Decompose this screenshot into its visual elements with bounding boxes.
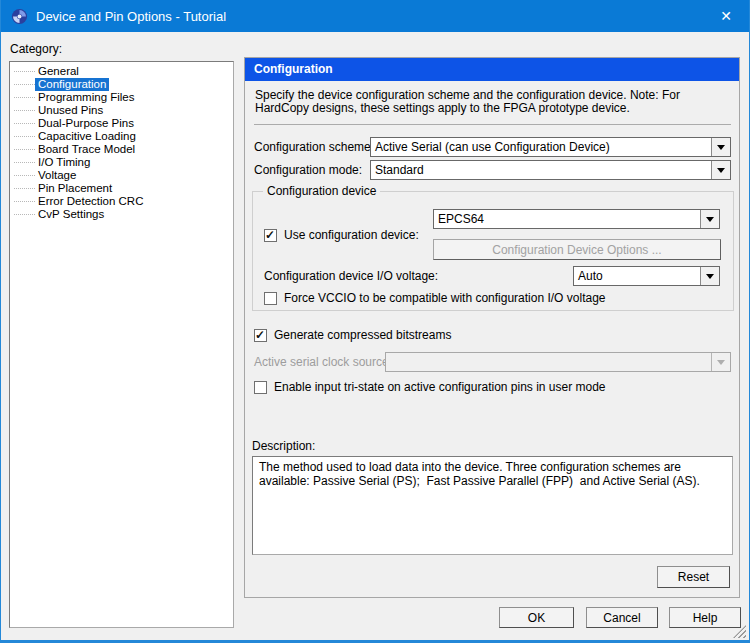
configuration-scheme-value: Active Serial (can use Configuration Dev…: [371, 138, 711, 156]
group-title: Configuration device: [263, 184, 380, 198]
category-item-board-trace-model[interactable]: Board Trace Model: [10, 143, 233, 156]
enable-input-tristate-row[interactable]: Enable input tri-state on active configu…: [254, 380, 606, 394]
chevron-down-icon: [706, 274, 714, 279]
cancel-button[interactable]: Cancel: [586, 607, 658, 628]
description-text: The method used to load data into the de…: [259, 460, 726, 488]
configuration-scheme-dropdown[interactable]: Active Serial (can use Configuration Dev…: [370, 137, 731, 157]
category-item-label: Unused Pins: [35, 104, 106, 117]
category-tree[interactable]: GeneralConfigurationProgramming FilesUnu…: [9, 61, 234, 628]
category-item-label: General: [35, 65, 82, 78]
tree-branch-line: [14, 175, 35, 176]
category-item-i-o-timing[interactable]: I/O Timing: [10, 156, 233, 169]
use-configuration-device-label: Use configuration device:: [284, 228, 419, 242]
tree-branch-line: [14, 123, 35, 124]
force-vccio-label: Force VCCIO to be compatible with config…: [284, 291, 606, 305]
window-title: Device and Pin Options - Tutorial: [36, 9, 226, 24]
category-label: Category:: [10, 42, 62, 56]
category-item-dual-purpose-pins[interactable]: Dual-Purpose Pins: [10, 117, 233, 130]
category-item-label: I/O Timing: [35, 156, 93, 169]
tree-branch-line: [14, 201, 35, 202]
tree-branch-line: [14, 136, 35, 137]
use-configuration-device-checkbox[interactable]: [264, 229, 277, 242]
category-item-label: Configuration: [35, 78, 109, 91]
category-item-voltage[interactable]: Voltage: [10, 169, 233, 182]
generate-compressed-bitstreams-row[interactable]: Generate compressed bitstreams: [254, 328, 451, 342]
close-icon: ✕: [720, 8, 732, 24]
category-item-configuration[interactable]: Configuration: [10, 78, 233, 91]
panel-banner: Configuration: [245, 58, 739, 81]
configuration-mode-dropdown[interactable]: Standard: [370, 160, 731, 180]
reset-button[interactable]: Reset: [657, 566, 730, 588]
chevron-down-icon: [717, 360, 725, 365]
chevron-down-icon: [706, 217, 714, 222]
category-item-programming-files[interactable]: Programming Files: [10, 91, 233, 104]
configuration-device-dropdown[interactable]: EPCS64: [433, 209, 720, 229]
tree-branch-line: [14, 97, 35, 98]
dropdown-arrow-button[interactable]: [711, 138, 730, 156]
quartus-app-icon: [11, 8, 28, 25]
category-item-unused-pins[interactable]: Unused Pins: [10, 104, 233, 117]
category-item-general[interactable]: General: [10, 65, 233, 78]
configuration-mode-label: Configuration mode:: [254, 160, 362, 180]
titlebar: Device and Pin Options - Tutorial ✕: [1, 0, 749, 32]
category-item-pin-placement[interactable]: Pin Placement: [10, 182, 233, 195]
ok-button[interactable]: OK: [499, 607, 574, 628]
category-item-label: Dual-Purpose Pins: [35, 117, 137, 130]
generate-compressed-bitstreams-label: Generate compressed bitstreams: [274, 328, 451, 342]
tree-branch-line: [14, 84, 35, 85]
configuration-device-value: EPCS64: [434, 210, 700, 228]
category-item-label: CvP Settings: [35, 208, 107, 221]
tree-branch-line: [14, 110, 35, 111]
use-configuration-device-row[interactable]: Use configuration device:: [264, 228, 419, 242]
configuration-scheme-label: Configuration scheme:: [254, 137, 374, 157]
category-item-label: Voltage: [35, 169, 79, 182]
enable-input-tristate-checkbox[interactable]: [254, 381, 267, 394]
io-voltage-dropdown[interactable]: Auto: [573, 266, 720, 286]
dropdown-arrow-button[interactable]: [700, 210, 719, 228]
configuration-device-group: Configuration device EPCS64 Use configur…: [252, 191, 734, 311]
dropdown-arrow-button[interactable]: [700, 267, 719, 285]
category-item-label: Error Detection CRC: [35, 195, 146, 208]
category-item-error-detection-crc[interactable]: Error Detection CRC: [10, 195, 233, 208]
chevron-down-icon: [717, 168, 725, 173]
panel-intro-text: Specify the device configuration scheme …: [255, 89, 729, 115]
dropdown-arrow-button: [711, 353, 730, 371]
force-vccio-checkbox[interactable]: [264, 292, 277, 305]
dropdown-arrow-button[interactable]: [711, 161, 730, 179]
configuration-mode-value: Standard: [371, 161, 711, 179]
tree-branch-line: [14, 149, 35, 150]
device-pin-options-dialog: Device and Pin Options - Tutorial ✕ Cate…: [0, 0, 750, 643]
close-button[interactable]: ✕: [703, 0, 749, 32]
category-item-label: Pin Placement: [35, 182, 115, 195]
tree-branch-line: [14, 214, 35, 215]
enable-input-tristate-label: Enable input tri-state on active configu…: [274, 380, 606, 394]
separator-line: [254, 124, 731, 125]
force-vccio-row[interactable]: Force VCCIO to be compatible with config…: [264, 291, 606, 305]
tree-branch-line: [14, 188, 35, 189]
category-item-label: Capacitive Loading: [35, 130, 139, 143]
chevron-down-icon: [717, 145, 725, 150]
active-serial-clock-source-value: [386, 353, 711, 371]
active-serial-clock-source-dropdown: [385, 352, 731, 372]
configuration-device-options-button[interactable]: Configuration Device Options ...: [433, 239, 721, 260]
io-voltage-value: Auto: [574, 267, 700, 285]
category-item-capacitive-loading[interactable]: Capacitive Loading: [10, 130, 233, 143]
active-serial-clock-source-label: Active serial clock source:: [254, 352, 392, 372]
configuration-panel: Configuration Specify the device configu…: [244, 57, 740, 598]
category-item-label: Programming Files: [35, 91, 138, 104]
help-button[interactable]: Help: [669, 607, 741, 628]
category-item-label: Board Trace Model: [35, 143, 138, 156]
generate-compressed-bitstreams-checkbox[interactable]: [254, 329, 267, 342]
description-box: The method used to load data into the de…: [252, 456, 733, 555]
category-item-cvp-settings[interactable]: CvP Settings: [10, 208, 233, 221]
tree-branch-line: [14, 162, 35, 163]
tree-branch-line: [14, 71, 35, 72]
io-voltage-label: Configuration device I/O voltage:: [264, 266, 438, 286]
description-label: Description:: [252, 439, 315, 453]
